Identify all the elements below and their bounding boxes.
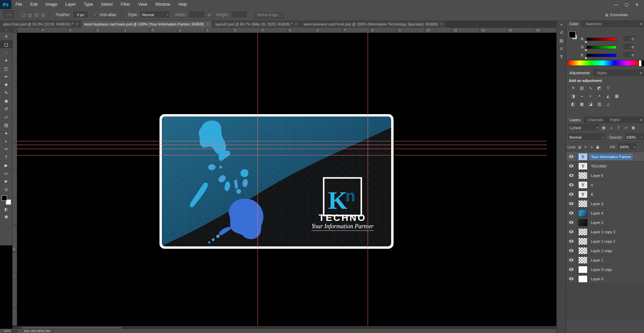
pen-tool[interactable]: ✑ bbox=[0, 145, 12, 153]
color-ramp[interactable] bbox=[567, 60, 639, 66]
menu-window[interactable]: Window bbox=[151, 0, 174, 9]
gradient-tool[interactable]: ▤ bbox=[0, 121, 12, 129]
layer-row[interactable]: Layer 1 copy bbox=[566, 246, 644, 255]
brush-tool[interactable]: ✎ bbox=[0, 89, 12, 97]
quick-mask-icon[interactable]: ◧ bbox=[0, 205, 12, 213]
tab-paths[interactable]: Paths bbox=[607, 116, 624, 123]
panel-menu-icon[interactable]: ≡ bbox=[638, 116, 644, 123]
gradient-map-icon[interactable]: ▥ bbox=[595, 101, 604, 107]
add-selection-icon[interactable]: ◫ bbox=[27, 11, 33, 18]
rectangle-tool[interactable]: ▭ bbox=[0, 169, 12, 177]
screen-mode-icon[interactable]: ▣ bbox=[0, 213, 12, 220]
subtract-selection-icon[interactable]: ◰ bbox=[33, 11, 40, 18]
new-selection-icon[interactable]: ▢ bbox=[20, 11, 27, 18]
path-selection-tool[interactable]: ▶ bbox=[0, 161, 12, 169]
layer-row[interactable]: Layer 1 bbox=[566, 255, 644, 265]
foreground-background-swatches[interactable] bbox=[2, 195, 11, 205]
history-panel-icon[interactable]: ↺ bbox=[557, 29, 566, 37]
menu-file[interactable]: File bbox=[11, 0, 26, 9]
layer-row[interactable]: Layer 4 bbox=[566, 208, 644, 218]
spot-healing-brush-tool[interactable]: ✚ bbox=[0, 81, 12, 89]
ramp-black-swatch[interactable] bbox=[641, 60, 644, 66]
character-panel-icon[interactable]: A bbox=[557, 45, 566, 53]
eyedropper-tool[interactable]: ✒ bbox=[0, 73, 12, 81]
visibility-toggle[interactable] bbox=[566, 218, 577, 227]
style-select[interactable]: Normal ▾ bbox=[140, 12, 170, 18]
menu-image[interactable]: Image bbox=[42, 0, 61, 9]
visibility-toggle[interactable] bbox=[566, 227, 577, 236]
collapse-panels-icon[interactable]: « bbox=[557, 20, 566, 29]
foreground-color-swatch[interactable] bbox=[2, 195, 7, 201]
zoom-level-input[interactable]: 100% bbox=[2, 329, 18, 333]
tab-color[interactable]: Color bbox=[566, 20, 582, 27]
menu-help[interactable]: Help bbox=[174, 0, 191, 9]
quick-selection-tool[interactable]: ✦ bbox=[0, 56, 12, 64]
layer-row[interactable]: TTECHNO bbox=[566, 161, 644, 171]
threshold-icon[interactable]: ◪ bbox=[586, 101, 595, 107]
lock-all-icon[interactable] bbox=[595, 144, 600, 150]
layer-thumbnail[interactable]: T bbox=[578, 191, 588, 198]
layer-row[interactable]: TK bbox=[566, 190, 644, 199]
layer-row[interactable]: Layer 2 bbox=[566, 218, 644, 227]
visibility-toggle[interactable] bbox=[566, 255, 577, 265]
feather-input[interactable]: 0 px bbox=[73, 12, 88, 18]
color-balance-icon[interactable]: ◒ bbox=[578, 93, 586, 99]
panel-menu-icon[interactable]: ≡ bbox=[638, 69, 644, 76]
visibility-toggle[interactable] bbox=[566, 161, 577, 171]
blend-mode-select[interactable]: Normal ▾ bbox=[567, 134, 606, 141]
layer-row[interactable]: Layer 1 copy 2 bbox=[566, 237, 644, 246]
clone-stamp-tool[interactable]: ◉ bbox=[0, 97, 12, 105]
visibility-toggle[interactable] bbox=[566, 208, 577, 218]
visibility-toggle[interactable] bbox=[566, 274, 577, 283]
ruler-corner[interactable] bbox=[12, 28, 17, 33]
visibility-toggle[interactable] bbox=[566, 180, 577, 189]
filter-adjustment-layers-icon[interactable]: ◑ bbox=[608, 125, 614, 131]
tab-channels[interactable]: Channels bbox=[584, 116, 607, 123]
levels-icon[interactable]: ▤ bbox=[578, 85, 586, 91]
height-input[interactable] bbox=[231, 12, 247, 18]
layer-thumbnail[interactable] bbox=[578, 256, 588, 264]
layer-thumbnail[interactable] bbox=[578, 228, 588, 236]
tab-close-icon[interactable]: × bbox=[295, 22, 297, 26]
tool-preset-picker[interactable]: ◌ ▾ bbox=[2, 10, 15, 19]
menu-layer[interactable]: Layer bbox=[61, 0, 80, 9]
exposure-icon[interactable]: ◩ bbox=[595, 85, 604, 91]
refine-edge-button[interactable]: Refine Edge... bbox=[253, 11, 285, 18]
filter-smart-objects-icon[interactable]: ▣ bbox=[630, 125, 637, 131]
filter-type-layers-icon[interactable]: T bbox=[615, 125, 622, 131]
slider-handle[interactable] bbox=[585, 57, 587, 59]
layer-thumbnail[interactable] bbox=[578, 200, 588, 207]
layer-row[interactable]: Layer 0 bbox=[566, 274, 644, 284]
slider-handle[interactable] bbox=[585, 49, 587, 51]
lasso-tool[interactable]: ◌ bbox=[0, 48, 12, 56]
layer-thumbnail[interactable] bbox=[578, 266, 588, 273]
blur-tool[interactable]: ● bbox=[0, 129, 12, 137]
workspace-switcher[interactable]: ▦ Essentials bbox=[605, 13, 628, 17]
menu-view[interactable]: View bbox=[134, 0, 151, 9]
slider-handle[interactable] bbox=[585, 41, 587, 43]
vibrance-icon[interactable]: ▽ bbox=[604, 85, 612, 91]
lock-transparency-icon[interactable]: ▨ bbox=[577, 144, 582, 150]
curves-icon[interactable]: ∿ bbox=[586, 85, 595, 91]
layer-row[interactable]: TYour Information Partner bbox=[566, 152, 644, 161]
horizontal-ruler[interactable]: 5432101234567891011121314 bbox=[12, 28, 556, 33]
move-tool[interactable]: ✛ bbox=[0, 32, 12, 40]
layer-row[interactable]: Layer 3 bbox=[566, 199, 644, 208]
tab-adjustments[interactable]: Adjustments bbox=[566, 69, 594, 76]
visibility-toggle[interactable] bbox=[566, 152, 577, 161]
menu-type[interactable]: Type bbox=[80, 0, 97, 9]
layer-thumbnail[interactable] bbox=[578, 172, 588, 179]
layer-thumbnail[interactable]: T bbox=[578, 162, 588, 170]
slider-track[interactable] bbox=[586, 54, 616, 57]
tab-close-icon[interactable]: × bbox=[76, 22, 78, 26]
document-tab[interactable]: kenn business card front.psd @ 100% (Inf… bbox=[301, 20, 446, 28]
hue-saturation-icon[interactable]: ◨ bbox=[569, 93, 578, 99]
width-input[interactable] bbox=[188, 12, 205, 18]
visibility-toggle[interactable] bbox=[566, 171, 577, 180]
visibility-toggle[interactable] bbox=[566, 199, 577, 208]
layer-row[interactable]: Layer 1 copy 3 bbox=[566, 227, 644, 237]
channel-mixer-icon[interactable]: ◭ bbox=[604, 93, 612, 99]
document-tab[interactable]: ation front.psd @ 33.3% (10:30, RGB/16) … bbox=[0, 20, 82, 28]
panel-menu-icon[interactable]: ≡ bbox=[638, 20, 644, 27]
paragraph-panel-icon[interactable]: ¶ bbox=[557, 53, 566, 61]
